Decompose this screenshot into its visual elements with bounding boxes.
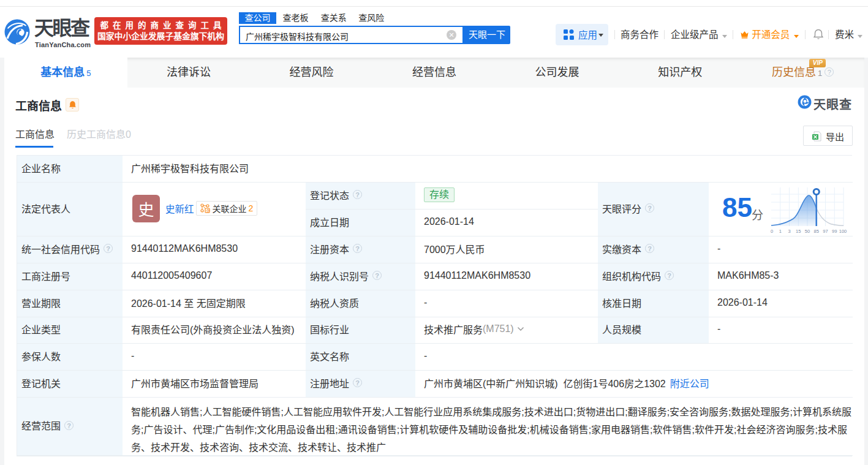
svg-text:99: 99 [832,228,837,233]
svg-text:15: 15 [796,228,801,233]
svg-text:100: 100 [839,228,847,233]
svg-text:1: 1 [779,228,782,233]
svg-text:97: 97 [823,228,828,233]
svg-text:0: 0 [771,228,773,233]
svg-text:企: 企 [206,208,209,213]
svg-text:3: 3 [788,228,790,233]
svg-text:50: 50 [805,228,810,233]
svg-text:85: 85 [814,228,819,233]
